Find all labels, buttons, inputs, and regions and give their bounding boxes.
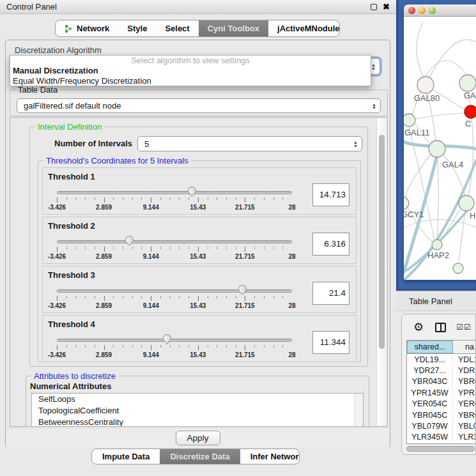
cell-name[interactable]: YDL1 xyxy=(453,355,475,364)
scrollbar-thumb[interactable] xyxy=(355,394,363,427)
attribute-list-item[interactable]: SelfLoops xyxy=(32,394,363,405)
attributes-list[interactable]: SelfLoopsTopologicalCoefficientBetweenne… xyxy=(31,393,364,427)
number-of-intervals-combobox[interactable]: 5 ▲▼ xyxy=(137,136,362,151)
tick-label: 15.43 xyxy=(190,351,206,358)
close-panel-icon[interactable]: ✖ xyxy=(383,4,390,10)
cell-shared-name[interactable]: YER054C xyxy=(407,399,453,408)
columns-icon[interactable] xyxy=(435,323,446,332)
table-row[interactable]: YBR045CYBR0 xyxy=(407,410,475,420)
node-label-partial-top: GA xyxy=(464,91,476,100)
threshold-value-field[interactable]: 21.4 xyxy=(312,282,349,305)
slider-track[interactable] xyxy=(57,191,292,194)
apply-button[interactable]: Apply xyxy=(176,431,220,445)
zoom-window-icon[interactable] xyxy=(429,7,436,14)
tab-infer-network[interactable]: Infer Network xyxy=(240,449,300,464)
slider-track[interactable] xyxy=(57,289,292,293)
cell-name[interactable]: YBL0 xyxy=(453,422,475,431)
settings-vertical-scrollbar[interactable] xyxy=(376,118,387,426)
table-horizontal-scrollbar[interactable] xyxy=(406,446,475,452)
cell-shared-name[interactable]: YPR145W xyxy=(407,388,453,397)
attribute-list-item[interactable]: BetweennessCentrality xyxy=(32,417,363,427)
tab-discretize-data[interactable]: Discretize Data xyxy=(160,449,240,464)
table-row[interactable]: YPR145WYPR1 xyxy=(407,387,475,398)
cell-shared-name[interactable]: YDL19... xyxy=(407,355,453,364)
tick-label: 15.43 xyxy=(190,204,206,211)
node-gcy1 xyxy=(404,197,409,210)
tick-label: 28 xyxy=(288,302,295,309)
slider-tick-labels: -3.4262.8599.14415.4321.71528 xyxy=(57,302,292,310)
attribute-list-item[interactable]: TopologicalCoefficient xyxy=(32,405,363,417)
apply-strip: Apply xyxy=(6,427,389,447)
cell-name[interactable]: YBR0 xyxy=(453,377,475,386)
cell-shared-name[interactable]: YBR043C xyxy=(407,377,453,386)
gear-icon[interactable]: ⚙ xyxy=(413,320,424,334)
float-panel-icon[interactable] xyxy=(371,4,377,10)
threshold-slider[interactable]: -3.4262.8599.14415.4321.71528 xyxy=(57,236,292,262)
threshold-label: Threshold 1 xyxy=(48,172,95,181)
attributes-list-scrollbar[interactable] xyxy=(354,394,363,427)
slider-thumb[interactable] xyxy=(161,332,173,344)
tab-style[interactable]: Style xyxy=(118,20,156,36)
dropdown-option-manual[interactable]: Manual Discretization xyxy=(10,66,371,76)
table-data-value: galFiltered.sif default node xyxy=(24,101,121,111)
cell-name[interactable]: YDR2 xyxy=(453,366,475,375)
tab-network[interactable]: Network xyxy=(56,20,118,36)
column-header-name[interactable]: na xyxy=(453,341,475,353)
table-row[interactable]: YBL079WYBL0 xyxy=(407,420,475,431)
cell-name[interactable]: YLR3 xyxy=(453,433,475,441)
slider-ticks xyxy=(57,197,292,203)
table-row[interactable]: YDL19...YDL1 xyxy=(407,354,475,365)
tab-impute-data-label: Impute Data xyxy=(102,452,150,461)
threshold-slider[interactable]: -3.4262.8599.14415.4321.71528 xyxy=(57,286,292,311)
threshold-value-field[interactable]: 6.316 xyxy=(312,233,349,256)
tab-select[interactable]: Select xyxy=(156,20,198,36)
close-window-icon[interactable] xyxy=(408,7,415,14)
cell-name[interactable]: YPR1 xyxy=(453,388,475,397)
threshold-slider[interactable]: -3.4262.8599.14415.4321.71528 xyxy=(57,335,292,360)
tick-label: -3.426 xyxy=(48,351,66,358)
cell-shared-name[interactable]: YBR045C xyxy=(407,411,453,420)
cell-shared-name[interactable]: YDR27... xyxy=(407,366,453,375)
tab-impute-data[interactable]: Impute Data xyxy=(92,449,160,464)
tick-label: 2.859 xyxy=(96,351,112,358)
table-data-combobox[interactable]: galFiltered.sif default node ▲▼ xyxy=(17,98,381,113)
tab-discretize-data-label: Discretize Data xyxy=(170,452,229,461)
table-row[interactable]: YER054CYER0 xyxy=(407,399,475,410)
scrollbar-thumb[interactable] xyxy=(379,135,385,349)
slider-track[interactable] xyxy=(57,339,292,342)
minimize-window-icon[interactable] xyxy=(418,7,426,14)
network-window[interactable]: GAL80 GA C GAL11 GAL4 GCY1 H HAP2 xyxy=(404,4,476,280)
cell-shared-name[interactable]: YBL079W xyxy=(407,422,453,431)
threshold-value-field[interactable]: 11.344 xyxy=(312,331,349,354)
slider-track[interactable] xyxy=(57,240,292,243)
tab-cyni-toolbox[interactable]: Cyni Toolbox xyxy=(199,20,268,36)
control-panel-titlebar: Control Panel ✖ xyxy=(0,0,396,14)
table-panel-title: Table Panel xyxy=(409,296,452,306)
threshold-rows: Threshold 1 -3.4262.8599.14415.4321.7152… xyxy=(42,167,357,364)
tab-jactivemnodules[interactable]: jActiveMNodules xyxy=(268,20,340,36)
table-row[interactable]: YIL052CYIL0 xyxy=(407,443,475,444)
dropdown-option-equal-width[interactable]: Equal Width/Frequency Discretization xyxy=(10,76,371,86)
column-header-shared[interactable]: shared... xyxy=(407,341,453,353)
cell-name[interactable]: YBR0 xyxy=(453,411,475,420)
table-row[interactable]: YDR27...YDR2 xyxy=(407,365,475,376)
scrollbar-thumb[interactable] xyxy=(406,446,475,452)
threshold-value-field[interactable]: 14.713 xyxy=(312,183,349,206)
table-row[interactable]: YBR043CYBR0 xyxy=(407,376,475,387)
cell-shared-name[interactable]: YLR345W xyxy=(407,433,453,441)
network-window-titlebar[interactable] xyxy=(404,4,476,17)
tick-label: 28 xyxy=(288,351,295,358)
slider-thumb[interactable] xyxy=(187,185,198,196)
node-hap2 xyxy=(432,240,442,250)
select-checkboxes-icon[interactable]: ☑☑ xyxy=(456,323,472,332)
table-row[interactable]: YLR345WYLR3 xyxy=(407,432,475,443)
table-data-group: Table Data galFiltered.sif default node … xyxy=(10,89,388,116)
network-canvas[interactable]: GAL80 GA C GAL11 GAL4 GCY1 H HAP2 xyxy=(404,17,476,280)
threshold-row: Threshold 3 -3.4262.8599.14415.4321.7152… xyxy=(42,266,357,313)
tab-jactivemnodules-label: jActiveMNodules xyxy=(277,24,340,33)
tick-label: 21.715 xyxy=(235,204,255,211)
slider-thumb[interactable] xyxy=(236,283,248,295)
threshold-slider[interactable]: -3.4262.8599.14415.4321.71528 xyxy=(57,187,292,213)
slider-thumb[interactable] xyxy=(123,234,135,245)
cell-name[interactable]: YER0 xyxy=(453,399,475,408)
